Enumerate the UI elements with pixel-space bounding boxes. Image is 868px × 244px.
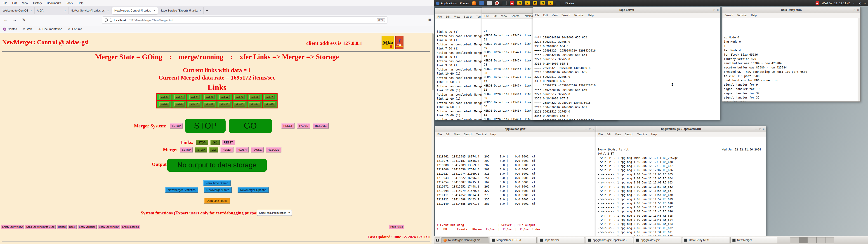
- terminal-launcher-icon[interactable]: [502, 1, 506, 5]
- terminal-menu-item[interactable]: Search: [625, 133, 633, 136]
- browser-tab[interactable]: Welcome to CentOS ×: [0, 7, 35, 14]
- maximize-icon[interactable]: □: [714, 8, 715, 11]
- mbs-launcher-icon[interactable]: ◆: [510, 1, 514, 5]
- new-tab-button[interactable]: +: [204, 7, 210, 14]
- aida-link-button[interactable]: aida6: [249, 95, 260, 99]
- merge-row-button[interactable]: RESUME: [266, 147, 281, 152]
- bookmark-item[interactable]: ⊕ Wiki: [22, 27, 33, 31]
- tab-close-icon[interactable]: ×: [153, 9, 155, 12]
- terminal-menu-item[interactable]: Terminal: [476, 133, 487, 136]
- merge-row-button[interactable]: SETUP: [180, 147, 193, 152]
- terminal-menu-item[interactable]: Edit: [445, 15, 450, 18]
- aida-link-button[interactable]: aida3: [204, 95, 215, 99]
- clock-launcher-icon[interactable]: [487, 1, 492, 5]
- maximize-icon[interactable]: □: [589, 128, 591, 130]
- footer-button[interactable]: Empty Log Window: [1, 224, 24, 229]
- aida-link-button[interactable]: aida4: [219, 95, 230, 99]
- tab-close-icon[interactable]: ×: [64, 9, 66, 12]
- menu-item[interactable]: Bookmarks: [47, 2, 61, 5]
- aida-link-button[interactable]: aida0: [159, 95, 169, 99]
- tapedata-watch-terminal-window[interactable]: npg@aidas-gsi:/TapeData/S181 — □ × FileE…: [596, 126, 766, 236]
- newmerger-info-button[interactable]: NewMerger State: [204, 187, 232, 193]
- terminal-launcher-icon-2[interactable]: [556, 1, 560, 5]
- midas-launcher-icon-2[interactable]: M: [525, 1, 530, 5]
- menu-item[interactable]: Tools: [66, 2, 72, 5]
- bookmark-item[interactable]: ⊕ Forums: [68, 27, 82, 31]
- menu-item[interactable]: File: [3, 2, 7, 5]
- terminal-menu-item[interactable]: File: [535, 14, 539, 17]
- merger-setup-button[interactable]: SETUP: [170, 123, 183, 128]
- minimize-icon[interactable]: —: [755, 128, 757, 130]
- newmerger-info-button[interactable]: NewMerger Options: [238, 187, 269, 193]
- tab-close-icon[interactable]: ×: [107, 9, 109, 12]
- terminal-menu-item[interactable]: Edit: [493, 14, 497, 18]
- terminal-menu-item[interactable]: Search: [464, 133, 472, 136]
- aida-link-button[interactable]: aida5: [235, 95, 245, 99]
- places-menu[interactable]: Places: [460, 2, 469, 5]
- terminal-menu-item[interactable]: View: [501, 14, 507, 18]
- aida-link-button[interactable]: aida11: [204, 102, 215, 106]
- back-icon[interactable]: ←: [2, 17, 9, 24]
- tab-close-icon[interactable]: ×: [30, 9, 32, 12]
- workspace-4[interactable]: [816, 237, 825, 243]
- page-notes-button[interactable]: Page Notes: [389, 224, 404, 229]
- newmerger-info-button[interactable]: NewMerger Statistics: [165, 187, 198, 193]
- app-menu-icon[interactable]: ≡: [428, 17, 431, 22]
- aida-link-button[interactable]: aida12: [219, 102, 230, 106]
- aida-link-button[interactable]: aida1: [174, 95, 185, 99]
- terminal-menu-item[interactable]: File: [485, 14, 489, 18]
- minimize-icon[interactable]: —: [709, 8, 712, 11]
- midas-launcher-icon-3[interactable]: M: [533, 1, 537, 5]
- maximize-icon[interactable]: □: [854, 8, 855, 11]
- merger-stop-button[interactable]: STOP: [185, 119, 225, 133]
- data-link-rates-button[interactable]: Data Link Rates: [204, 198, 230, 204]
- aida-link-button[interactable]: aida9: [174, 102, 185, 106]
- data-relay-mbs-window[interactable]: Data Relay MBS — □ × SearchTerminalHelp …: [722, 7, 861, 102]
- links-row-button[interactable]: STOP: [196, 140, 208, 145]
- midas-launcher-icon-4[interactable]: M: [540, 1, 545, 5]
- terminal-menu-item[interactable]: Edit: [543, 14, 548, 17]
- terminal-menu-item[interactable]: View: [454, 133, 460, 136]
- browser-tab[interactable]: NewMerger: Control @ aidas- ×: [112, 7, 158, 14]
- panel-clock[interactable]: Wed Jun 12, 12:11:40: [822, 2, 850, 5]
- taskbar-window-button[interactable]: New Merger: [730, 237, 777, 243]
- terminal-menu-item[interactable]: View: [552, 14, 558, 17]
- terminal-menu-item[interactable]: Edit: [445, 133, 450, 136]
- taskbar-window-button[interactable]: Merger/Tape HTTPd: [490, 237, 537, 243]
- footer-button[interactable]: Reset: [68, 224, 76, 229]
- terminal-menu-item[interactable]: File: [437, 15, 442, 18]
- merge-row-button[interactable]: RESET: [220, 147, 234, 152]
- terminal-menu-item[interactable]: Help: [490, 133, 496, 136]
- links-row-button[interactable]: RESET: [222, 140, 235, 145]
- taskbar-window-button[interactable]: npg@aidas-gsi:~: [634, 237, 681, 243]
- terminal-menu-item[interactable]: Terminal: [523, 14, 533, 18]
- close-icon[interactable]: ×: [763, 128, 765, 130]
- taskbar-window-button[interactable]: NewMerger: Control @ aid...: [441, 237, 489, 243]
- tape-server-window[interactable]: Tape Server — □ × FileEditViewSearchTerm…: [533, 7, 720, 120]
- workspace-2[interactable]: [799, 237, 808, 243]
- output-status-button[interactable]: No output to data storage: [167, 159, 267, 172]
- scrollbar-thumb[interactable]: [432, 33, 434, 90]
- terminal-menu-item[interactable]: Terminal: [637, 133, 647, 136]
- terminal-scrollbar[interactable]: [858, 18, 860, 101]
- merger-go-button[interactable]: GO: [229, 119, 272, 133]
- event-building-terminal-window[interactable]: npg@aidas-gsi:~ — □ × FileEditViewSearch…: [435, 126, 596, 236]
- zoom-level-badge[interactable]: 80%: [377, 18, 385, 22]
- taskbar-window-button[interactable]: Tape Server: [538, 237, 585, 243]
- help-launcher-icon[interactable]: [495, 1, 499, 5]
- applications-menu[interactable]: Applications: [436, 2, 457, 5]
- browser-tab[interactable]: AIDA ×: [35, 7, 68, 14]
- merger-reset-button[interactable]: RESET: [281, 123, 294, 128]
- bookmark-item[interactable]: ⊕ Documentation: [38, 27, 62, 31]
- midas-launcher-icon-1[interactable]: M: [518, 1, 522, 5]
- page-scrollbar[interactable]: [432, 33, 434, 244]
- active-app-label[interactable]: Firefox: [565, 2, 575, 5]
- aida-link-button[interactable]: aida13: [234, 102, 246, 106]
- footer-button[interactable]: Enable Logging: [121, 224, 140, 229]
- shield-icon[interactable]: [105, 19, 108, 22]
- aida-link-button[interactable]: aida15: [264, 102, 276, 106]
- merge-row-button[interactable]: GO: [209, 147, 219, 152]
- terminal-menu-item[interactable]: Help: [751, 14, 756, 17]
- menu-item[interactable]: View: [22, 2, 28, 5]
- taskbar-window-button[interactable]: Data Relay MBS: [682, 237, 729, 243]
